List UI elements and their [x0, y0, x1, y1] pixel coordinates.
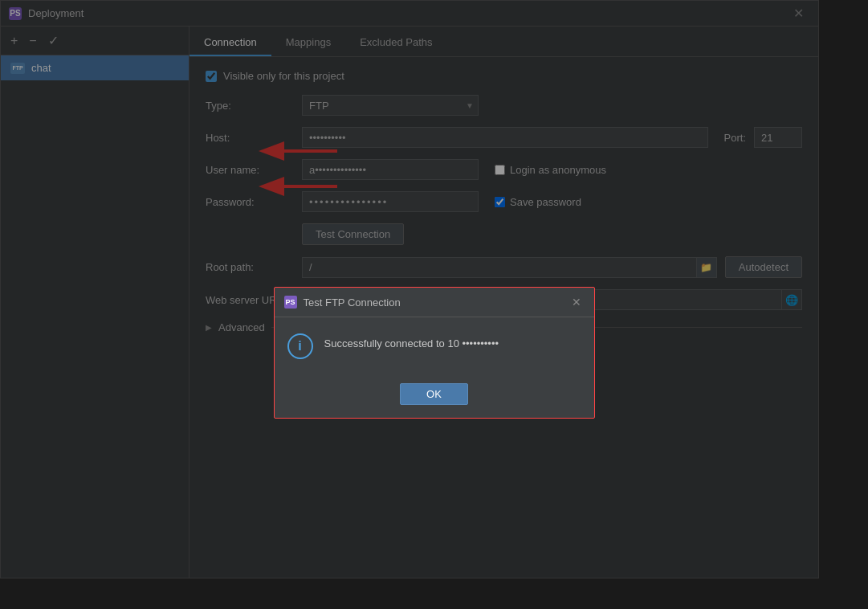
dialog-title: Test FTP Connection: [304, 296, 562, 309]
test-connection-dialog: PS Test FTP Connection ✕ i Successfully …: [274, 287, 595, 419]
dialog-backdrop: PS Test FTP Connection ✕ i Successfully …: [0, 0, 868, 609]
dialog-footer: OK: [275, 375, 594, 418]
dialog-body: i Successfully connected to 10 •••••••••…: [275, 317, 594, 375]
info-icon: i: [287, 333, 313, 359]
dialog-message: Successfully connected to 10 ••••••••••: [324, 333, 499, 351]
dialog-title-bar: PS Test FTP Connection ✕: [275, 288, 594, 317]
dialog-app-icon: PS: [284, 296, 297, 309]
dialog-close-button[interactable]: ✕: [568, 294, 585, 310]
ok-button[interactable]: OK: [400, 383, 468, 405]
